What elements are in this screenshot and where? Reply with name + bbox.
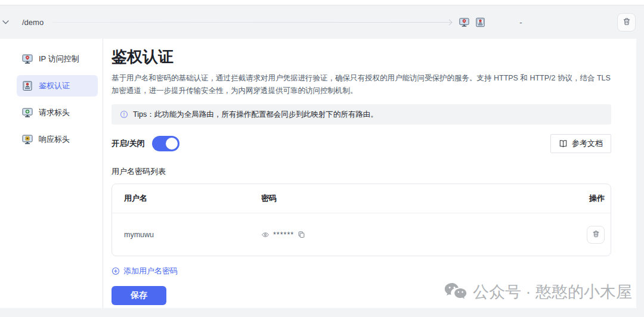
docs-button-label: 参考文档 [572,138,603,149]
col-header-actions: 操作 [551,193,611,204]
sidebar-item-label: 请求标头 [39,107,70,118]
info-icon [120,110,128,119]
flow-arrow [53,20,451,24]
credentials-table: 用户名 密码 操作 mymuwu ****** [112,184,611,256]
toggle-label: 开启/关闭 [112,138,145,149]
top-divider [0,0,644,5]
enable-toggle[interactable] [152,136,179,151]
mapping-header: /demo - [0,5,644,39]
route-path: /demo [22,18,44,27]
plus-circle-icon [112,267,120,275]
username-cell: mymuwu [112,231,261,239]
chevron-down-icon[interactable] [2,20,9,24]
col-header-password: 密码 [261,193,551,204]
settings-card: IP 访问控制 鉴权认证 请求标头 响应标头 鉴权认证 基于用户名和密码的基础认… [0,39,636,308]
add-link-label: 添加用户名密码 [123,266,178,276]
col-header-username: 用户名 [112,193,261,204]
settings-sidebar: IP 访问控制 鉴权认证 请求标头 响应标头 [0,39,103,308]
page-description: 基于用户名和密码的基础认证，通过拦截请求对用户凭据进行验证，确保只有授权的用户能… [112,72,611,97]
monitor-pin-icon [459,17,470,28]
monitor-pin-icon [21,53,33,65]
auth-badge-icon [21,80,33,92]
delete-credential-button[interactable] [587,226,605,244]
actions-cell [551,226,611,244]
credentials-list-label: 用户名密码列表 [112,166,611,177]
auth-panel: 鉴权认证 基于用户名和密码的基础认证，通过拦截请求对用户凭据进行验证，确保只有授… [103,39,636,308]
book-icon [559,139,568,148]
toggle-knob [166,138,178,150]
trash-icon [623,17,631,27]
auth-badge-icon [475,17,486,28]
sidebar-item-label: 鉴权认证 [39,80,70,91]
save-button[interactable]: 保存 [112,286,166,305]
sidebar-item-ip-access-control[interactable]: IP 访问控制 [17,48,98,70]
sidebar-item-label: 响应标头 [39,134,70,145]
page-title: 鉴权认证 [112,47,611,66]
sidebar-item-response-headers[interactable]: 响应标头 [17,129,98,150]
password-cell: ****** [261,231,551,239]
target-label: - [519,18,522,27]
copy-icon[interactable] [298,231,305,238]
trash-icon [592,230,600,240]
table-header-row: 用户名 密码 操作 [112,184,611,213]
delete-mapping-button[interactable] [617,13,636,32]
add-credential-link[interactable]: 添加用户名密码 [112,266,178,276]
toggle-row: 开启/关闭 参考文档 [112,134,611,153]
table-row: mymuwu ****** [112,213,611,256]
sidebar-item-request-headers[interactable]: 请求标头 [17,102,98,123]
monitor-tag-icon [21,133,33,145]
reference-docs-button[interactable]: 参考文档 [550,134,611,153]
monitor-plus-icon [21,107,33,119]
tips-banner: Tips：此功能为全局路由，所有操作配置都会同步到此映射下的所有路由。 [112,104,611,125]
tips-text: Tips：此功能为全局路由，所有操作配置都会同步到此映射下的所有路由。 [133,110,378,120]
sidebar-item-authentication[interactable]: 鉴权认证 [17,75,98,97]
eye-icon[interactable] [261,231,270,239]
password-mask: ****** [273,232,294,237]
sidebar-item-label: IP 访问控制 [39,54,79,64]
